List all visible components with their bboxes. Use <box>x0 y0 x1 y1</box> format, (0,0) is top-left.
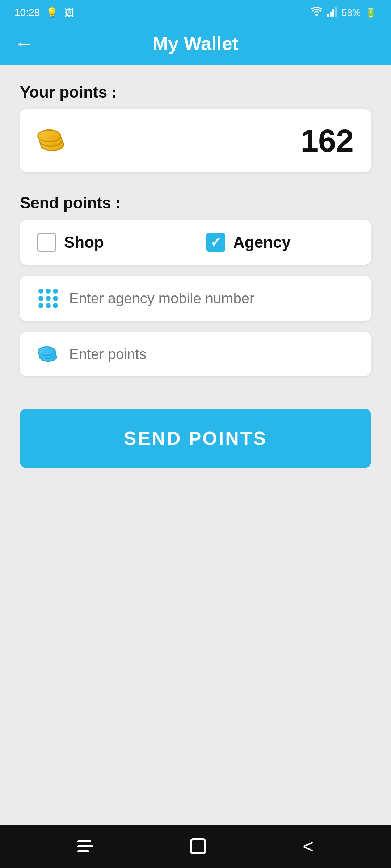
nav-home-button[interactable] <box>190 838 206 854</box>
svg-rect-1 <box>327 14 329 17</box>
header-title: My Wallet <box>152 33 239 54</box>
status-right-area: 58% 🔋 <box>310 7 377 19</box>
keypad-icon <box>37 289 59 308</box>
signal-icon <box>327 7 337 19</box>
agency-mobile-input[interactable] <box>69 290 354 307</box>
nav-recent-button[interactable] <box>77 840 93 852</box>
shop-checkbox-item[interactable]: Shop <box>37 233 185 252</box>
battery-icon: 🔋 <box>365 7 377 18</box>
send-points-label: Send points : <box>20 194 371 212</box>
points-coin-icon <box>37 345 59 363</box>
svg-rect-2 <box>330 12 332 17</box>
send-points-section: Send points : Shop ✓ Agency <box>20 194 371 387</box>
back-button[interactable]: ← <box>14 33 33 54</box>
agency-checkbox[interactable]: ✓ <box>206 233 225 252</box>
status-time: 10:28 <box>14 7 40 18</box>
shop-checkbox[interactable] <box>37 233 56 252</box>
notification-icon: 💡 <box>46 7 58 19</box>
send-points-button[interactable]: SEND POINTS <box>20 409 371 468</box>
checkmark-icon: ✓ <box>210 235 222 249</box>
status-bar: 10:28 💡 🖼 58% 🔋 <box>0 0 391 25</box>
svg-rect-4 <box>335 7 337 17</box>
status-time-area: 10:28 💡 🖼 <box>14 7 74 19</box>
shop-label: Shop <box>64 233 104 251</box>
points-input-card <box>20 332 371 376</box>
send-button-wrap: SEND POINTS <box>20 409 371 468</box>
header: ← My Wallet <box>0 25 391 65</box>
main-content: Your points : 162 Send points : Shop ✓ A… <box>0 65 391 825</box>
nav-bar: < <box>0 825 391 868</box>
agency-label: Agency <box>233 233 291 251</box>
coins-icon <box>37 128 66 153</box>
agency-checkbox-item[interactable]: ✓ Agency <box>206 233 354 252</box>
wifi-icon <box>310 7 323 19</box>
points-input[interactable] <box>69 346 354 362</box>
points-card: 162 <box>20 109 371 172</box>
checkbox-card: Shop ✓ Agency <box>20 220 371 265</box>
your-points-label: Your points : <box>20 83 371 101</box>
points-value: 162 <box>300 122 354 159</box>
svg-rect-3 <box>332 9 334 17</box>
mobile-input-card <box>20 276 371 321</box>
battery-text: 58% <box>342 7 361 18</box>
svg-point-0 <box>315 14 318 16</box>
nav-back-button[interactable]: < <box>303 837 314 856</box>
gallery-icon: 🖼 <box>64 7 74 19</box>
